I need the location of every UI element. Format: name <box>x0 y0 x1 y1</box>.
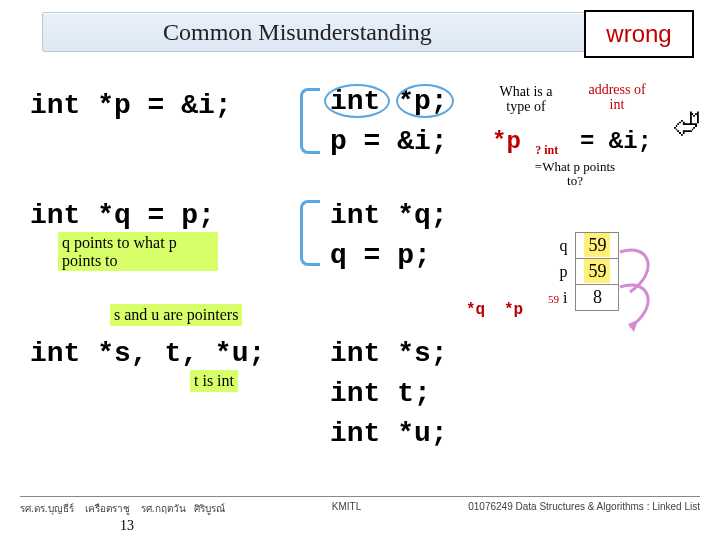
footer-left: รศ.ดร.บุญธีร์ เครือตราชู รศ.กฤตวัน ศิริบ… <box>20 501 225 516</box>
table-row: p 59 <box>540 259 619 285</box>
star-p: *p <box>492 128 521 155</box>
note-text: What is a type of <box>500 84 553 114</box>
footer-mid: KMITL <box>332 501 361 516</box>
note-what-type: What is a type of <box>486 84 566 115</box>
p-sub: ? int <box>535 143 558 157</box>
row-label: 59 i <box>540 285 576 311</box>
f3: รศ.กฤตวัน <box>141 503 186 514</box>
code-text: p = &i; <box>330 126 448 157</box>
code-left-1: int *p = &i; <box>30 90 232 121</box>
note-addr-int: address of int <box>582 82 652 113</box>
row-label: q <box>540 233 576 259</box>
code-text: int *u; <box>330 418 448 449</box>
note-q-points: q points to what p points to <box>58 232 218 271</box>
wrong-box: wrong <box>584 10 694 58</box>
slide-number: 13 <box>120 518 134 534</box>
svg-marker-0 <box>628 320 638 332</box>
code-right-3b: int t; <box>330 378 431 409</box>
code-left-3: int *s, t, *u; <box>30 338 265 369</box>
code-right-2b: q = p; <box>330 240 431 271</box>
note-text: t is int <box>194 372 234 389</box>
code-right-2a: int *q; <box>330 200 448 231</box>
row-label: p <box>540 259 576 285</box>
title-bar: Common Misunderstanding <box>42 12 678 52</box>
note-text: s and u are pointers <box>114 306 238 323</box>
code-text: int *q; <box>330 200 448 231</box>
code-text: int *q = p; <box>30 200 215 231</box>
arrow-loops <box>610 232 670 342</box>
title-text: Common Misunderstanding <box>163 19 432 46</box>
text: *q <box>466 301 485 319</box>
code-text: q = p; <box>330 240 431 271</box>
pointer-table: q 59 p 59 59 i 8 <box>540 232 619 311</box>
mouse-icon: ⮰ <box>672 108 700 141</box>
f2: เครือตราชู <box>85 503 130 514</box>
starp-deriv: *p ? int <box>492 128 558 158</box>
code-text: int *s, t, *u; <box>30 338 265 369</box>
text: *p <box>504 301 523 319</box>
note-text: address of int <box>588 82 645 112</box>
footer-right: 01076249 Data Structures & Algorithms : … <box>468 501 700 516</box>
code-right-3a: int *s; <box>330 338 448 369</box>
val: 59 <box>584 233 610 257</box>
code-text: int *s; <box>330 338 448 369</box>
code-right-3c: int *u; <box>330 418 448 449</box>
footer: รศ.ดร.บุญธีร์ เครือตราชู รศ.กฤตวัน ศิริบ… <box>20 496 700 516</box>
note-p-points: =What p points to? <box>530 160 620 189</box>
code-text: int t; <box>330 378 431 409</box>
note-text: =What p points to? <box>535 159 615 188</box>
eq-text: = &i; <box>580 128 652 155</box>
note-t-int: t is int <box>190 370 238 392</box>
addr: 59 <box>548 293 559 305</box>
icon-glyph: ⮰ <box>672 109 700 140</box>
oval-int <box>324 84 390 118</box>
brace-2 <box>300 200 320 266</box>
f1: รศ.ดร.บุญธีร์ <box>20 503 74 514</box>
table-row: 59 i 8 <box>540 285 619 311</box>
note-su-pointers: s and u are pointers <box>110 304 242 326</box>
wrong-label: wrong <box>606 20 671 48</box>
brace-1 <box>300 88 320 154</box>
code-right-1b: p = &i; <box>330 126 448 157</box>
code-left-2: int *q = p; <box>30 200 215 231</box>
code-text: int *p = &i; <box>30 90 232 121</box>
note-text: q points to what p points to <box>62 234 177 269</box>
f4: ศิริบูรณ์ <box>194 503 225 514</box>
table-row: q 59 <box>540 233 619 259</box>
star-q-label: *q <box>466 302 485 320</box>
val: 59 <box>584 259 610 283</box>
oval-starp <box>396 84 454 118</box>
lbl: i <box>563 289 567 306</box>
star-p-label: *p <box>504 302 523 320</box>
eq-amp-i: = &i; <box>580 128 652 155</box>
